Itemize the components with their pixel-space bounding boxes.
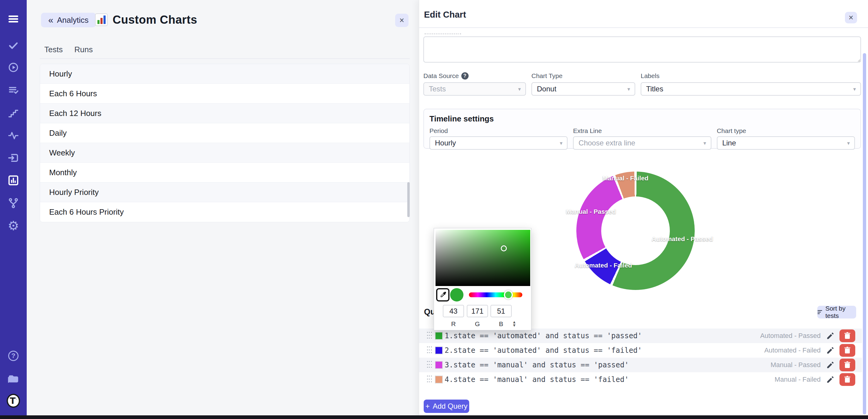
- drag-handle-icon[interactable]: [427, 332, 432, 340]
- sort-by-tests-button[interactable]: Sort by tests: [817, 306, 856, 319]
- edit-panel-close-button[interactable]: ×: [845, 12, 857, 23]
- play-circle-icon[interactable]: [7, 61, 20, 74]
- edit-pencil-icon[interactable]: [826, 375, 835, 384]
- saturation-area[interactable]: [436, 230, 530, 286]
- timeline-chart-type-label: Chart type: [717, 127, 855, 134]
- extra-line-label: Extra Line: [573, 127, 711, 134]
- list-item-monthly[interactable]: Monthly: [40, 163, 409, 182]
- period-select[interactable]: Hourly ▼: [429, 136, 567, 150]
- delete-query-button[interactable]: [839, 373, 855, 386]
- slice-label-automated-passed: Automated - Passed: [652, 235, 713, 243]
- edit-chart-title: Edit Chart: [424, 10, 466, 20]
- edit-pencil-icon[interactable]: [826, 332, 835, 340]
- list-scrollbar[interactable]: [407, 182, 410, 217]
- timeline-chart-type-select[interactable]: Line ▼: [717, 136, 855, 150]
- bar-chart-icon[interactable]: [7, 174, 20, 187]
- plus-icon: +: [426, 402, 430, 411]
- chart-type-label: Chart Type: [531, 72, 635, 80]
- activity-icon[interactable]: [7, 128, 20, 142]
- list-item-each-12-hours[interactable]: Each 12 Hours: [40, 103, 409, 123]
- query-row: 1.state == 'automated' and status == 'pa…: [419, 329, 862, 343]
- edit-chart-header: Edit Chart ×: [419, 0, 868, 28]
- drag-handle-icon[interactable]: [427, 376, 432, 384]
- description-textarea[interactable]: [423, 36, 861, 63]
- labels-select[interactable]: Titles ▼: [641, 82, 861, 96]
- delete-query-button[interactable]: [839, 359, 855, 371]
- eyedropper-button[interactable]: [436, 288, 450, 301]
- list-item-weekly[interactable]: Weekly: [40, 143, 409, 163]
- chevron-down-icon: ▼: [559, 141, 563, 146]
- query-color-swatch[interactable]: [435, 347, 443, 354]
- folders-icon[interactable]: [7, 372, 20, 385]
- help-icon[interactable]: ?: [7, 349, 20, 362]
- tab-runs[interactable]: Runs: [74, 45, 93, 54]
- add-query-button[interactable]: + Add Query: [424, 399, 469, 413]
- blue-label: B: [491, 320, 512, 328]
- clipped-field-label: [425, 32, 461, 34]
- query-color-swatch[interactable]: [435, 376, 443, 384]
- query-row: 3.state == 'manual' and status == 'passe…: [419, 358, 862, 372]
- back-chevrons-icon: «: [48, 16, 54, 25]
- sign-in-icon[interactable]: [7, 151, 20, 164]
- timeline-settings-title: Timeline settings: [429, 114, 855, 124]
- data-source-select[interactable]: Tests ▼: [423, 82, 526, 96]
- window-bottom-edge: [0, 415, 868, 419]
- edit-panel-scrollbar[interactable]: [863, 53, 866, 414]
- trash-icon: [844, 347, 851, 354]
- selected-color-swatch: [450, 288, 463, 301]
- check-icon[interactable]: [7, 39, 20, 52]
- edit-pencil-icon[interactable]: [826, 346, 835, 355]
- list-item-hourly[interactable]: Hourly: [40, 64, 409, 84]
- green-label: G: [467, 320, 488, 328]
- trash-icon: [844, 376, 851, 383]
- donut-chart: Automated - Passed Automated - Failed Ma…: [576, 172, 695, 290]
- trash-icon: [844, 361, 851, 368]
- query-tag: Manual - Failed: [775, 376, 820, 384]
- help-question-icon[interactable]: ?: [461, 72, 469, 80]
- query-color-swatch[interactable]: [435, 361, 443, 369]
- data-source-label: Data Source ?: [423, 72, 526, 80]
- steps-icon[interactable]: [7, 106, 20, 120]
- menu-icon[interactable]: [7, 12, 20, 26]
- saturation-cursor[interactable]: [501, 245, 507, 251]
- back-to-analytics-button[interactable]: « Analytics: [41, 13, 96, 27]
- drag-handle-icon[interactable]: [427, 361, 432, 369]
- color-picker-popup: 43 171 51 R G B ▲▼: [434, 228, 531, 330]
- slice-label-automated-failed: Automated - Failed: [575, 262, 632, 269]
- list-item-each-6-hours-priority[interactable]: Each 6 Hours Priority: [40, 202, 409, 222]
- timeline-settings-box: Timeline settings Period Hourly ▼ Extra …: [423, 109, 861, 149]
- chevron-down-icon: ▼: [846, 141, 851, 146]
- charts-list-panel: « Analytics Custom Charts × Tests Runs H…: [27, 0, 419, 419]
- period-label: Period: [429, 127, 567, 134]
- hue-slider[interactable]: [469, 292, 522, 297]
- list-item-each-6-hours[interactable]: Each 6 Hours: [40, 84, 409, 103]
- git-branch-icon[interactable]: [7, 197, 20, 210]
- delete-query-button[interactable]: [839, 344, 855, 357]
- hue-slider-thumb[interactable]: [504, 290, 513, 299]
- green-input[interactable]: 171: [467, 305, 488, 317]
- query-row: 2.state == 'automated' and status == 'fa…: [419, 343, 862, 358]
- drag-handle-icon[interactable]: [427, 347, 432, 354]
- blue-input[interactable]: 51: [491, 305, 512, 317]
- slice-label-manual-failed: Manual - Failed: [602, 175, 649, 182]
- sort-icon: [817, 309, 823, 315]
- edit-pencil-icon[interactable]: [826, 361, 835, 369]
- list-check-icon[interactable]: [7, 84, 20, 97]
- red-input[interactable]: 43: [443, 305, 464, 317]
- trash-icon: [844, 332, 851, 339]
- left-panel-close-button[interactable]: ×: [395, 14, 408, 27]
- extra-line-select[interactable]: Choose extra line ▼: [573, 136, 711, 150]
- query-color-swatch[interactable]: [435, 332, 443, 340]
- gear-icon[interactable]: ⚙: [7, 219, 20, 233]
- delete-query-button[interactable]: [839, 329, 855, 342]
- list-item-hourly-priority[interactable]: Hourly Priority: [40, 182, 409, 202]
- chevron-down-icon: ▼: [626, 87, 631, 92]
- tab-tests[interactable]: Tests: [44, 45, 63, 54]
- app-logo[interactable]: T': [7, 394, 20, 408]
- rgb-mode-stepper-icon[interactable]: ▲▼: [512, 320, 516, 327]
- chart-type-select[interactable]: Donut ▼: [531, 82, 635, 96]
- query-tag: Automated - Passed: [760, 332, 820, 340]
- list-item-daily[interactable]: Daily: [40, 123, 409, 143]
- query-row: 4.state == 'manual' and status == 'faile…: [419, 372, 862, 387]
- chevron-down-icon: ▼: [703, 141, 707, 146]
